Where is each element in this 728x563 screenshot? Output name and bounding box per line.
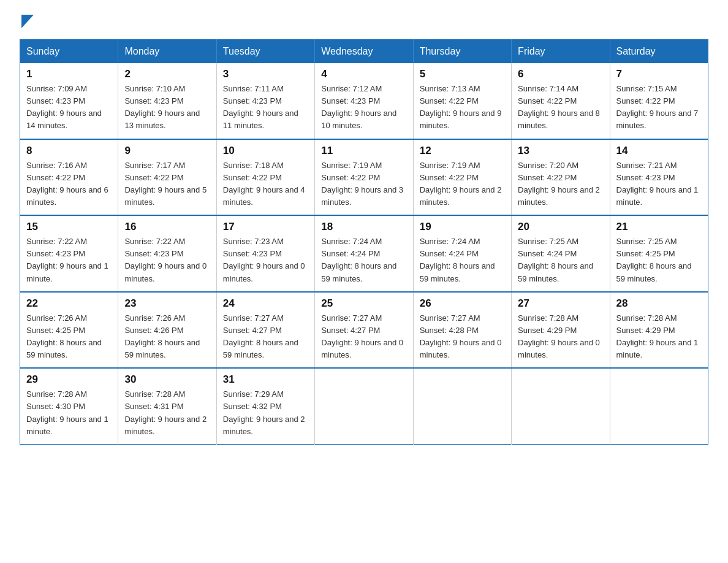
calendar-cell: 2 Sunrise: 7:10 AM Sunset: 4:23 PM Dayli… xyxy=(118,63,216,139)
day-info: Sunrise: 7:20 AM Sunset: 4:22 PM Dayligh… xyxy=(518,159,603,209)
day-number: 4 xyxy=(321,68,406,80)
calendar-header-row: SundayMondayTuesdayWednesdayThursdayFrid… xyxy=(20,40,708,64)
calendar-cell: 4 Sunrise: 7:12 AM Sunset: 4:23 PM Dayli… xyxy=(315,63,413,139)
day-number: 5 xyxy=(420,68,505,80)
calendar-table: SundayMondayTuesdayWednesdayThursdayFrid… xyxy=(20,39,708,445)
day-header-sunday: Sunday xyxy=(20,40,118,64)
day-header-saturday: Saturday xyxy=(610,40,708,64)
day-info: Sunrise: 7:16 AM Sunset: 4:22 PM Dayligh… xyxy=(26,159,112,209)
day-info: Sunrise: 7:28 AM Sunset: 4:30 PM Dayligh… xyxy=(26,388,112,438)
day-number: 17 xyxy=(223,221,308,233)
calendar-cell: 23 Sunrise: 7:26 AM Sunset: 4:26 PM Dayl… xyxy=(118,292,216,369)
calendar-cell: 9 Sunrise: 7:17 AM Sunset: 4:22 PM Dayli… xyxy=(118,139,216,216)
day-number: 13 xyxy=(518,145,603,157)
calendar-cell: 15 Sunrise: 7:22 AM Sunset: 4:23 PM Dayl… xyxy=(20,215,118,292)
day-info: Sunrise: 7:28 AM Sunset: 4:29 PM Dayligh… xyxy=(616,312,702,362)
calendar-cell: 30 Sunrise: 7:28 AM Sunset: 4:31 PM Dayl… xyxy=(118,368,216,444)
day-info: Sunrise: 7:29 AM Sunset: 4:32 PM Dayligh… xyxy=(223,388,308,438)
day-number: 22 xyxy=(26,297,112,310)
calendar-cell: 24 Sunrise: 7:27 AM Sunset: 4:27 PM Dayl… xyxy=(216,292,314,369)
calendar-cell: 12 Sunrise: 7:19 AM Sunset: 4:22 PM Dayl… xyxy=(413,139,511,216)
day-info: Sunrise: 7:28 AM Sunset: 4:29 PM Dayligh… xyxy=(518,312,603,362)
day-number: 11 xyxy=(321,145,406,157)
calendar-cell: 14 Sunrise: 7:21 AM Sunset: 4:23 PM Dayl… xyxy=(610,139,708,216)
day-number: 19 xyxy=(420,221,505,233)
calendar-cell: 17 Sunrise: 7:23 AM Sunset: 4:23 PM Dayl… xyxy=(216,215,314,292)
calendar-cell: 6 Sunrise: 7:14 AM Sunset: 4:22 PM Dayli… xyxy=(512,63,610,139)
calendar-cell: 1 Sunrise: 7:09 AM Sunset: 4:23 PM Dayli… xyxy=(20,63,118,139)
day-number: 6 xyxy=(518,68,603,80)
day-number: 7 xyxy=(616,68,702,80)
day-number: 31 xyxy=(223,373,308,386)
calendar-week-row: 1 Sunrise: 7:09 AM Sunset: 4:23 PM Dayli… xyxy=(20,63,708,139)
day-info: Sunrise: 7:13 AM Sunset: 4:22 PM Dayligh… xyxy=(420,83,505,132)
day-info: Sunrise: 7:21 AM Sunset: 4:23 PM Dayligh… xyxy=(616,159,702,209)
calendar-cell: 25 Sunrise: 7:27 AM Sunset: 4:27 PM Dayl… xyxy=(315,292,413,369)
day-header-wednesday: Wednesday xyxy=(315,40,413,64)
calendar-cell: 19 Sunrise: 7:24 AM Sunset: 4:24 PM Dayl… xyxy=(413,215,511,292)
day-number: 16 xyxy=(124,221,210,233)
day-number: 3 xyxy=(223,68,308,80)
calendar-week-row: 22 Sunrise: 7:26 AM Sunset: 4:25 PM Dayl… xyxy=(20,292,708,369)
calendar-cell: 29 Sunrise: 7:28 AM Sunset: 4:30 PM Dayl… xyxy=(20,368,118,444)
calendar-cell: 11 Sunrise: 7:19 AM Sunset: 4:22 PM Dayl… xyxy=(315,139,413,216)
day-info: Sunrise: 7:26 AM Sunset: 4:25 PM Dayligh… xyxy=(26,312,112,362)
calendar-week-row: 15 Sunrise: 7:22 AM Sunset: 4:23 PM Dayl… xyxy=(20,215,708,292)
day-info: Sunrise: 7:28 AM Sunset: 4:31 PM Dayligh… xyxy=(124,388,210,438)
calendar-cell: 13 Sunrise: 7:20 AM Sunset: 4:22 PM Dayl… xyxy=(512,139,610,216)
day-info: Sunrise: 7:22 AM Sunset: 4:23 PM Dayligh… xyxy=(124,236,210,285)
day-info: Sunrise: 7:27 AM Sunset: 4:28 PM Dayligh… xyxy=(420,312,505,362)
day-info: Sunrise: 7:24 AM Sunset: 4:24 PM Dayligh… xyxy=(321,236,406,285)
day-number: 29 xyxy=(26,373,112,386)
day-number: 10 xyxy=(223,145,308,157)
calendar-cell: 27 Sunrise: 7:28 AM Sunset: 4:29 PM Dayl… xyxy=(512,292,610,369)
day-info: Sunrise: 7:22 AM Sunset: 4:23 PM Dayligh… xyxy=(26,236,112,285)
day-info: Sunrise: 7:15 AM Sunset: 4:22 PM Dayligh… xyxy=(616,83,702,132)
calendar-week-row: 8 Sunrise: 7:16 AM Sunset: 4:22 PM Dayli… xyxy=(20,139,708,216)
day-number: 8 xyxy=(26,145,112,157)
day-number: 2 xyxy=(124,68,210,80)
day-header-monday: Monday xyxy=(118,40,216,64)
day-info: Sunrise: 7:27 AM Sunset: 4:27 PM Dayligh… xyxy=(223,312,308,362)
day-header-thursday: Thursday xyxy=(413,40,511,64)
calendar-cell: 8 Sunrise: 7:16 AM Sunset: 4:22 PM Dayli… xyxy=(20,139,118,216)
day-info: Sunrise: 7:12 AM Sunset: 4:23 PM Dayligh… xyxy=(321,83,406,132)
day-number: 26 xyxy=(420,297,505,310)
calendar-cell: 26 Sunrise: 7:27 AM Sunset: 4:28 PM Dayl… xyxy=(413,292,511,369)
day-header-friday: Friday xyxy=(512,40,610,64)
calendar-cell xyxy=(413,368,511,444)
calendar-cell: 31 Sunrise: 7:29 AM Sunset: 4:32 PM Dayl… xyxy=(216,368,314,444)
day-info: Sunrise: 7:26 AM Sunset: 4:26 PM Dayligh… xyxy=(124,312,210,362)
day-number: 27 xyxy=(518,297,603,310)
day-info: Sunrise: 7:25 AM Sunset: 4:25 PM Dayligh… xyxy=(616,236,702,285)
calendar-cell: 28 Sunrise: 7:28 AM Sunset: 4:29 PM Dayl… xyxy=(610,292,708,369)
calendar-cell: 20 Sunrise: 7:25 AM Sunset: 4:24 PM Dayl… xyxy=(512,215,610,292)
day-number: 23 xyxy=(124,297,210,310)
page-header xyxy=(20,15,708,28)
calendar-cell xyxy=(315,368,413,444)
calendar-cell: 16 Sunrise: 7:22 AM Sunset: 4:23 PM Dayl… xyxy=(118,215,216,292)
day-number: 12 xyxy=(420,145,505,157)
calendar-week-row: 29 Sunrise: 7:28 AM Sunset: 4:30 PM Dayl… xyxy=(20,368,708,444)
calendar-cell: 21 Sunrise: 7:25 AM Sunset: 4:25 PM Dayl… xyxy=(610,215,708,292)
calendar-cell: 18 Sunrise: 7:24 AM Sunset: 4:24 PM Dayl… xyxy=(315,215,413,292)
day-number: 25 xyxy=(321,297,406,310)
day-number: 30 xyxy=(124,373,210,386)
logo xyxy=(20,15,34,28)
svg-marker-0 xyxy=(21,15,34,28)
day-number: 9 xyxy=(124,145,210,157)
calendar-cell xyxy=(610,368,708,444)
day-number: 24 xyxy=(223,297,308,310)
day-number: 28 xyxy=(616,297,702,310)
day-info: Sunrise: 7:11 AM Sunset: 4:23 PM Dayligh… xyxy=(223,83,308,132)
logo-triangle-icon xyxy=(21,15,34,31)
day-info: Sunrise: 7:23 AM Sunset: 4:23 PM Dayligh… xyxy=(223,236,308,285)
day-number: 18 xyxy=(321,221,406,233)
day-info: Sunrise: 7:19 AM Sunset: 4:22 PM Dayligh… xyxy=(420,159,505,209)
day-info: Sunrise: 7:25 AM Sunset: 4:24 PM Dayligh… xyxy=(518,236,603,285)
day-number: 14 xyxy=(616,145,702,157)
calendar-cell: 22 Sunrise: 7:26 AM Sunset: 4:25 PM Dayl… xyxy=(20,292,118,369)
calendar-cell: 3 Sunrise: 7:11 AM Sunset: 4:23 PM Dayli… xyxy=(216,63,314,139)
day-info: Sunrise: 7:27 AM Sunset: 4:27 PM Dayligh… xyxy=(321,312,406,362)
calendar-cell xyxy=(512,368,610,444)
